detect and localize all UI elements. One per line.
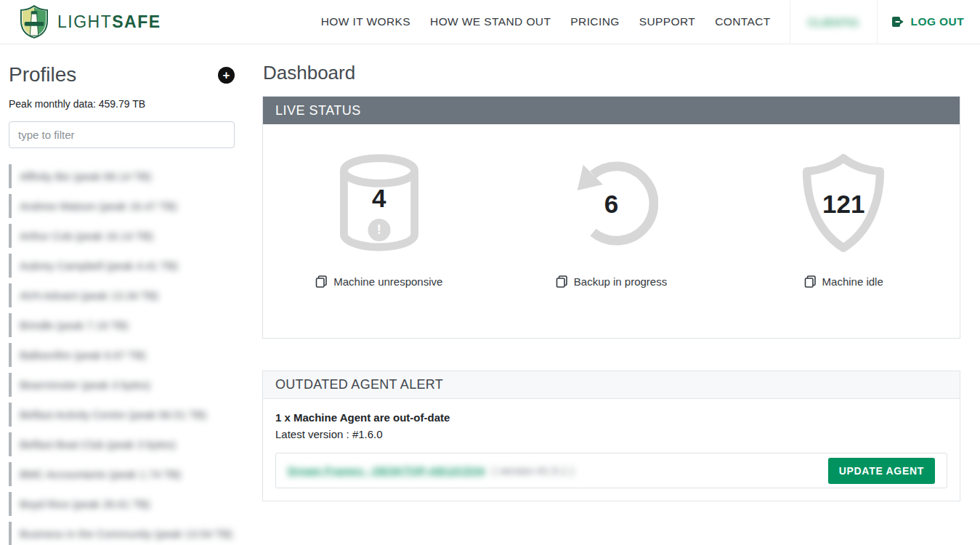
profile-list-item[interactable]: Andrew Watson (peak 16.47 TB) — [9, 191, 254, 221]
backup-count: 6 — [554, 190, 670, 219]
main-nav: HOW IT WORKS HOW WE STAND OUT PRICING SU… — [321, 15, 771, 28]
profile-accent-bar — [9, 194, 12, 218]
profile-accent-bar — [9, 492, 12, 516]
profile-list-item[interactable]: Belfast Boat Club (peak 3 bytes) — [9, 429, 254, 459]
profile-accent-bar — [9, 254, 12, 278]
idle-count: 121 — [785, 190, 902, 219]
agent-machine-link-redacted[interactable]: Dream Frames - DESKTOP-AB12CD34 — [288, 464, 485, 477]
profiles-sidebar: Profiles + Peak monthly data: 459.79 TB … — [0, 44, 254, 545]
profile-name-redacted: Aubrey Campbell (peak 4.41 TB) — [20, 259, 178, 272]
profile-accent-bar — [9, 462, 12, 486]
status-label: Machine unresponsive — [333, 275, 442, 288]
outdated-summary: 1 x Machine Agent are out-of-date — [275, 411, 947, 424]
profile-list-item[interactable]: Boyd Rice (peak 26.61 TB) — [9, 489, 254, 519]
nav-pricing[interactable]: PRICING — [570, 15, 619, 28]
profile-accent-bar — [9, 522, 12, 545]
nav-contact[interactable]: CONTACT — [715, 15, 771, 28]
profile-accent-bar — [9, 403, 12, 427]
logo-link[interactable]: LIGHTSAFE — [20, 5, 161, 39]
account-name-redacted: CLIENT01 — [808, 16, 859, 28]
outdated-agent-header: OUTDATED AGENT ALERT — [263, 371, 960, 399]
profiles-title: Profiles — [9, 63, 76, 86]
profile-list-item[interactable]: Aubrey Campbell (peak 4.41 TB) — [9, 251, 254, 280]
profile-accent-bar — [9, 343, 12, 367]
copy-icon[interactable] — [804, 275, 817, 288]
logout-icon — [892, 16, 906, 28]
profile-list-item[interactable]: Bearminster (peak 3 bytes) — [9, 370, 254, 400]
profile-filter-input[interactable] — [9, 121, 235, 148]
profile-name-redacted: Arthur Cob (peak 16.14 TB) — [20, 230, 153, 242]
status-label: Machine idle — [822, 275, 883, 288]
peak-monthly-data-label: Peak monthly data: 459.79 TB — [9, 98, 254, 110]
profile-name-redacted: Andrew Watson (peak 16.47 TB) — [20, 200, 177, 212]
profile-name-redacted: Boyd Rice (peak 26.61 TB) — [20, 498, 150, 510]
agent-version-redacted: ( version #1.5.1 ) — [493, 464, 575, 477]
top-navbar: LIGHTSAFE HOW IT WORKS HOW WE STAND OUT … — [0, 0, 980, 44]
outdated-agent-panel: OUTDATED AGENT ALERT 1 x Machine Agent a… — [262, 371, 960, 501]
profile-list-item[interactable]: Balloonfire (peak 6.67 TB) — [9, 340, 254, 370]
logout-label: LOG OUT — [911, 15, 964, 28]
profile-list-item[interactable]: BMC Accountants (peak 1.74 TB) — [9, 459, 254, 489]
status-machine-unresponsive: 4 ! Machine unresponsive — [263, 149, 495, 338]
profile-name-redacted: Brindle (peak 7.16 TB) — [20, 319, 129, 331]
lightsafe-app: LIGHTSAFE HOW IT WORKS HOW WE STAND OUT … — [0, 0, 980, 545]
account-name-chip[interactable]: CLIENT01 — [790, 1, 878, 44]
profile-accent-bar — [9, 283, 12, 307]
profile-accent-bar — [9, 432, 12, 456]
unresponsive-count: 4 — [321, 184, 437, 213]
warning-badge-icon: ! — [368, 219, 390, 241]
update-agent-button[interactable]: UPDATE AGENT — [828, 458, 935, 484]
profile-list: Affinity Biz (peak 68.14 TB) Andrew Wats… — [9, 161, 254, 545]
status-backup-in-progress: 6 Backup in progress — [495, 149, 728, 338]
profile-name-redacted: Affinity Biz (peak 68.14 TB) — [20, 170, 151, 182]
latest-version-label: Latest version : #1.6.0 — [275, 428, 947, 440]
dashboard-main: Dashboard LIVE STATUS 4 — [254, 44, 980, 545]
logout-button[interactable]: LOG OUT — [892, 15, 964, 28]
status-label: Backup in progress — [574, 275, 667, 288]
profile-name-redacted: Belfast Activity Centre (peak 66.51 TB) — [20, 408, 206, 421]
lighthouse-shield-logo-icon — [20, 5, 48, 39]
profile-accent-bar — [9, 313, 12, 337]
add-profile-button[interactable]: + — [218, 67, 235, 84]
nav-how-it-works[interactable]: HOW IT WORKS — [321, 15, 410, 28]
profile-accent-bar — [9, 164, 12, 188]
nav-how-we-stand-out[interactable]: HOW WE STAND OUT — [430, 15, 551, 28]
copy-icon[interactable] — [315, 275, 328, 288]
live-status-header: LIVE STATUS — [263, 97, 960, 124]
profile-name-redacted: BMC Accountants (peak 1.74 TB) — [20, 468, 181, 480]
status-machine-idle: 121 Machine idle — [727, 149, 960, 338]
profile-list-item[interactable]: AVH Advant (peak 13.34 TB) — [9, 280, 254, 310]
live-status-panel: LIVE STATUS 4 ! — [262, 96, 960, 339]
profile-list-item[interactable]: Business in the Community (peak 13.54 TB… — [9, 519, 254, 545]
copy-icon[interactable] — [556, 275, 568, 288]
profile-name-redacted: Balloonfire (peak 6.67 TB) — [20, 349, 146, 361]
profile-name-redacted: AVH Advant (peak 13.34 TB) — [20, 289, 158, 302]
profile-name-redacted: Belfast Boat Club (peak 3 bytes) — [20, 438, 176, 451]
profile-list-item[interactable]: Affinity Biz (peak 68.14 TB) — [9, 161, 254, 191]
profile-list-item[interactable]: Brindle (peak 7.16 TB) — [9, 310, 254, 340]
profile-name-redacted: Business in the Community (peak 13.54 TB… — [20, 528, 232, 540]
logo-wordmark: LIGHTSAFE — [57, 12, 161, 32]
nav-support[interactable]: SUPPORT — [639, 15, 695, 28]
profile-name-redacted: Bearminster (peak 3 bytes) — [20, 379, 150, 391]
page-title: Dashboard — [263, 62, 960, 84]
outdated-agent-row: Dream Frames - DESKTOP-AB12CD34 ( versio… — [275, 453, 947, 488]
profile-accent-bar — [9, 224, 12, 248]
profile-list-item[interactable]: Arthur Cob (peak 16.14 TB) — [9, 221, 254, 251]
profile-list-item[interactable]: Belfast Activity Centre (peak 66.51 TB) — [9, 400, 254, 429]
profile-accent-bar — [9, 373, 12, 397]
